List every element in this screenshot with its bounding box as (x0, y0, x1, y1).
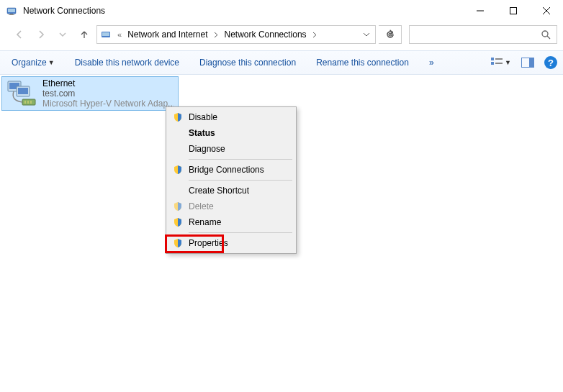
back-button[interactable] (10, 25, 29, 44)
dropdown-icon: ▼ (48, 59, 55, 66)
dropdown-icon: ▼ (505, 59, 511, 66)
breadcrumb-current[interactable]: Network Connections (222, 26, 310, 43)
close-button[interactable] (530, 0, 563, 22)
up-button[interactable] (75, 25, 94, 44)
svg-rect-12 (491, 58, 494, 60)
address-dropdown[interactable] (358, 26, 375, 43)
svg-rect-2 (10, 14, 13, 14)
menu-properties[interactable]: Properties (168, 235, 294, 251)
recent-dropdown[interactable] (53, 25, 72, 44)
svg-rect-3 (9, 14, 14, 15)
shield-icon (172, 201, 184, 212)
menu-status[interactable]: Status (168, 125, 294, 141)
svg-rect-1 (8, 9, 15, 12)
menu-diagnose[interactable]: Diagnose (168, 141, 294, 157)
menu-disable[interactable]: Disable (168, 109, 294, 125)
svg-rect-15 (495, 63, 503, 64)
view-options-button[interactable]: ▼ (490, 56, 511, 69)
menu-separator (189, 180, 292, 181)
adapter-description: Microsoft Hyper-V Network Adap... (42, 99, 174, 109)
svg-rect-14 (491, 62, 494, 65)
network-connections-icon (6, 5, 17, 17)
view-icon (490, 56, 503, 69)
adapter-icon (6, 79, 38, 108)
diagnose-connection-button[interactable]: Diagnose this connection (199, 58, 296, 68)
svg-line-11 (547, 36, 550, 39)
svg-rect-13 (495, 58, 503, 60)
navigation-row: « Network and Internet Network Connectio… (0, 22, 563, 47)
preview-pane-button[interactable] (521, 56, 534, 69)
svg-rect-9 (102, 32, 109, 36)
shield-icon (172, 164, 184, 176)
minimize-button[interactable] (464, 0, 497, 22)
breadcrumb-root-chevron[interactable]: « (114, 30, 125, 39)
title-bar: Network Connections (0, 0, 563, 22)
menu-separator (189, 159, 292, 160)
maximize-button[interactable] (497, 0, 530, 22)
menu-rename[interactable]: Rename (168, 214, 294, 230)
chevron-right-icon[interactable] (310, 32, 320, 38)
address-bar[interactable]: « Network and Internet Network Connectio… (96, 25, 376, 44)
svg-rect-17 (529, 58, 533, 67)
adapter-domain: test.com (42, 88, 174, 99)
refresh-button[interactable] (379, 25, 402, 44)
adapter-item-ethernet[interactable]: Ethernet test.com Microsoft Hyper-V Netw… (1, 76, 179, 111)
context-menu: Disable Status Diagnose Bridge Connectio… (166, 106, 297, 254)
shield-icon (172, 216, 184, 228)
forward-button[interactable] (32, 25, 50, 44)
command-bar: Organize ▼ Disable this network device D… (0, 50, 563, 75)
shield-icon (172, 111, 184, 123)
toolbar-overflow[interactable]: » (429, 58, 434, 68)
search-input[interactable] (409, 25, 557, 44)
svg-rect-22 (22, 99, 35, 105)
svg-point-10 (542, 31, 548, 37)
shield-icon (172, 237, 184, 249)
address-icon (97, 26, 114, 43)
svg-rect-21 (18, 88, 28, 94)
search-icon (541, 29, 551, 40)
breadcrumb-parent[interactable]: Network and Internet (125, 26, 210, 43)
svg-rect-5 (510, 8, 517, 14)
rename-connection-button[interactable]: Rename this connection (316, 58, 409, 68)
window-controls (464, 0, 563, 22)
disable-device-button[interactable]: Disable this network device (75, 58, 179, 68)
menu-bridge[interactable]: Bridge Connections (168, 162, 294, 178)
chevron-right-icon[interactable] (211, 32, 222, 38)
window-title: Network Connections (23, 6, 105, 16)
help-button[interactable]: ? (544, 56, 557, 69)
menu-create-shortcut[interactable]: Create Shortcut (168, 183, 294, 199)
organize-menu[interactable]: Organize ▼ (12, 58, 55, 68)
menu-separator (189, 232, 292, 233)
menu-delete: Delete (168, 199, 294, 214)
adapter-name: Ethernet (42, 78, 174, 88)
